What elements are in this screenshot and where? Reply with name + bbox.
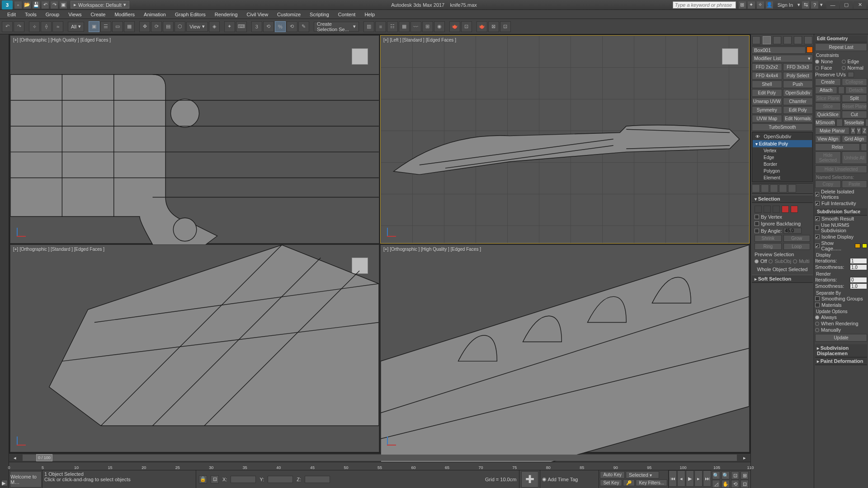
toggle-ribbon-button[interactable]: ▦ [399,21,410,32]
manipulate-button[interactable]: ✦ [224,21,235,32]
update-manually-radio[interactable] [815,328,819,332]
next-frame-icon[interactable]: ▸ [694,470,703,487]
opensubdiv-button[interactable]: OpenSubdiv [783,89,813,97]
maximize-viewport-icon[interactable]: ⊡ [741,480,749,488]
delete-iso-check[interactable] [815,192,819,197]
preview-subobj-radio[interactable] [769,259,773,263]
display-iterations-input[interactable] [850,258,867,264]
pin-stack-icon[interactable] [752,184,760,192]
render-frame-button[interactable]: ⊡ [461,21,472,32]
fov-icon[interactable]: ◿ [712,480,720,488]
constraint-none-radio[interactable] [815,60,819,64]
key-filters-button[interactable]: Key Filters... [636,479,667,486]
object-color-swatch[interactable] [807,47,813,53]
move-button[interactable]: ✥ [139,21,150,32]
utilities-tab-icon[interactable] [804,36,812,44]
save-icon[interactable]: 💾 [33,1,40,9]
subd-displacement-rollout[interactable]: ▸ Subdivision Displacemen [815,344,867,357]
zoom-extents-all-icon[interactable]: ⊞ [741,471,749,479]
search-input[interactable] [673,1,736,9]
msmooth-button[interactable]: MSmooth [815,119,835,127]
goto-end-icon[interactable]: ⏭ [703,470,711,487]
copy-selection-button[interactable]: Copy [815,180,841,188]
configure-sets-icon[interactable] [788,184,796,192]
collapse-button[interactable]: Collapse [842,78,868,86]
polygon-subobj-icon[interactable] [782,206,789,213]
make-unique-icon[interactable] [770,184,778,192]
menu-create[interactable]: Create [86,11,110,18]
preview-off-radio[interactable] [755,259,759,263]
render-iterations-input[interactable] [850,277,867,283]
relax-button[interactable]: Relax [815,143,860,151]
quickslice-button[interactable]: QuickSlice [815,111,841,118]
paste-selection-button[interactable]: Paste [842,180,868,188]
uvwmap-button[interactable]: UVW Map [752,115,782,122]
grid-align-button[interactable]: Grid Align [842,135,868,143]
slice-plane-button[interactable]: Slice Plane [815,94,841,102]
detach-button[interactable]: Detach [845,86,868,94]
rotate-button[interactable]: ⟳ [151,21,162,32]
menu-scripting[interactable]: Scripting [305,11,334,18]
paint-deformation-rollout[interactable]: ▸ Paint Deformation [815,357,867,365]
placement-button[interactable]: ⬡ [175,21,185,32]
cage-swatch-a[interactable] [855,244,860,248]
menu-group[interactable]: Group [41,11,64,18]
turbosmooth-button[interactable]: TurboSmooth [752,123,813,131]
object-name-input[interactable]: Box001 [752,47,806,54]
polyselect-button[interactable]: Poly Select [783,72,813,80]
menu-customize[interactable]: Customize [273,11,305,18]
hierarchy-tab-icon[interactable] [773,36,781,44]
app-icon[interactable]: 3 [2,0,13,9]
menu-help[interactable]: Help [360,11,379,18]
display-smoothness-input[interactable] [850,264,867,270]
editnormals-button[interactable]: Edit Normals [783,115,813,122]
make-planar-button[interactable]: Make Planar [815,127,849,135]
curve-editor-button[interactable]: 〰 [410,21,421,32]
slice-button[interactable]: Slice [815,103,841,110]
infocenter-icon[interactable]: ⊞ [739,1,746,9]
editpoly2-button[interactable]: Edit Poly [783,106,813,114]
smooth-result-check[interactable] [815,216,820,221]
attach-list-button[interactable] [838,86,844,94]
repeat-last-button[interactable]: Repeat Last [815,43,867,51]
undo-button[interactable]: ↶ [2,21,13,32]
menu-content[interactable]: Content [334,11,360,18]
view-align-button[interactable]: View Align [815,135,841,143]
split-button[interactable]: Split [842,94,868,102]
maximize-icon[interactable]: ▢ [840,1,853,9]
set-key-button[interactable]: Set Key [600,479,622,486]
preserve-uvs-settings[interactable] [848,72,854,77]
cut-button[interactable]: Cut [842,111,868,118]
select-object-button[interactable]: ▣ [89,21,99,32]
key-mode-dropdown[interactable]: Selected ▾ [626,471,659,479]
menu-views[interactable]: Views [64,11,86,18]
spinner-snap-button[interactable]: ⟲ [287,21,297,32]
unwrap-button[interactable]: Unwrap UVW [752,98,782,105]
stack-edge[interactable]: Edge [753,154,812,161]
by-vertex-check[interactable] [755,215,759,219]
angle-snap-button[interactable]: ⟲ [263,21,274,32]
viewport-left[interactable]: [+] [Left ] [Standard ] [Edged Faces ] [380,35,750,244]
goto-start-icon[interactable]: ⏮ [669,470,677,487]
new-icon[interactable]: ▫ [14,1,22,9]
hide-selected-button[interactable]: Hide Selected [815,151,841,164]
play-icon[interactable]: ▶ [686,470,694,487]
vertex-subobj-icon[interactable] [755,206,762,213]
scale-button[interactable]: ▤ [163,21,174,32]
by-angle-check[interactable] [755,229,759,233]
pan-icon[interactable]: ✋ [722,480,730,488]
y-field[interactable] [268,476,293,483]
exchange-icon[interactable]: ✧ [757,1,764,9]
unhide-all-button[interactable]: Unhide All [842,151,868,164]
modifier-list-dropdown[interactable]: Modifier List▾ [752,55,813,62]
menu-edit[interactable]: Edit [3,11,20,18]
sep-smoothing-check[interactable] [815,296,820,301]
subd-surface-rollout[interactable]: Subdivision Surface [815,208,867,216]
cage-swatch-b[interactable] [862,244,867,248]
msmooth-settings[interactable] [836,119,843,127]
close-icon[interactable]: ✕ [854,1,866,9]
snap-button[interactable]: 3 [251,21,262,32]
remove-modifier-icon[interactable] [779,184,787,192]
percent-snap-button[interactable]: % [275,21,286,32]
grow-button[interactable]: Grow [783,235,811,242]
